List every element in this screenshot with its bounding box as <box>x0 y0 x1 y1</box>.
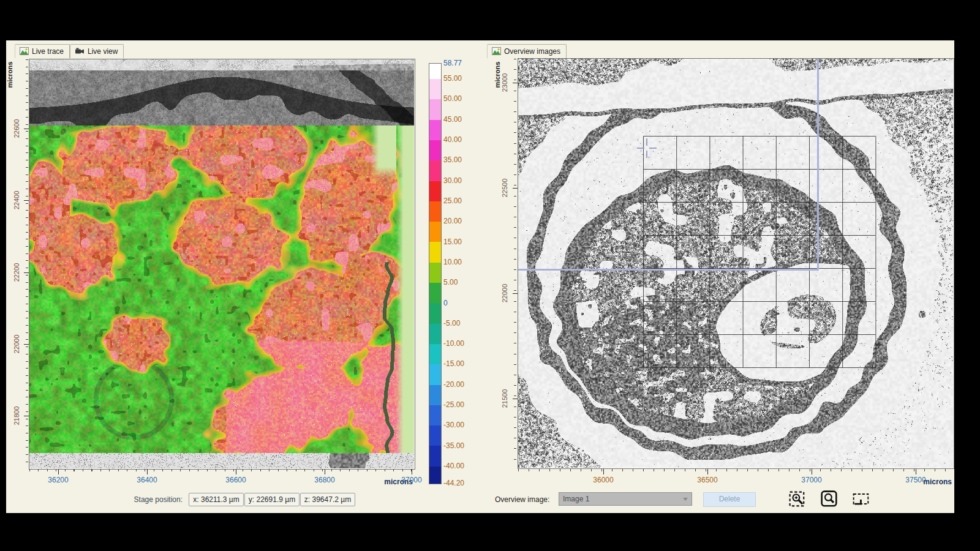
color-scale-label: 50.00 <box>443 94 462 103</box>
color-scale-segment <box>429 160 441 181</box>
color-scale-segment <box>429 283 441 303</box>
color-scale-label: 15.00 <box>443 238 462 246</box>
color-scale-label: -44.20 <box>443 479 464 487</box>
left-x-minor-ticks <box>29 469 414 471</box>
image-icon <box>492 47 501 55</box>
color-scale-segment <box>429 344 441 364</box>
left-y-axis-unit: microns <box>6 62 13 88</box>
stage-position-label: Stage position: <box>110 495 183 504</box>
color-scale-segment <box>429 140 441 160</box>
y-major-tick <box>24 344 29 345</box>
color-scale-label: -20.00 <box>443 380 464 389</box>
x-tick-label: 37000 <box>801 476 821 484</box>
select-region-button[interactable] <box>850 489 873 509</box>
color-scale-segment <box>429 446 441 466</box>
tab-label: Overview images <box>504 47 560 56</box>
application-window: Live trace Live view microns microns Sta… <box>0 0 980 551</box>
zoom-region-button[interactable] <box>786 489 809 509</box>
y-tick-label: 23000 <box>501 73 508 92</box>
x-major-tick <box>812 469 812 474</box>
image-icon <box>20 47 29 55</box>
color-scale-segment <box>429 64 441 79</box>
right-tab-bar: Overview images <box>487 44 567 58</box>
color-scale-segment <box>429 120 441 140</box>
delete-button[interactable]: Delete <box>703 492 756 507</box>
color-scale-label: 55.00 <box>443 74 462 83</box>
overview-frame <box>518 58 954 469</box>
dropdown-value: Image 1 <box>563 495 589 503</box>
y-major-tick <box>24 200 29 201</box>
color-scale-segment <box>429 99 441 119</box>
select-region-icon <box>853 490 870 508</box>
color-scale-segment <box>429 222 441 242</box>
color-scale-segment <box>429 201 441 222</box>
y-tick-label: 22500 <box>501 179 508 198</box>
color-scale-label: 20.00 <box>443 217 462 225</box>
y-tick-label: 21800 <box>13 407 20 425</box>
color-scale-segment <box>429 425 441 446</box>
color-scale-segment <box>429 324 441 344</box>
zoom-icon <box>821 490 838 508</box>
color-scale-label: 30.00 <box>443 176 462 185</box>
y-major-tick <box>24 129 29 129</box>
color-scale-label: -25.00 <box>443 400 464 409</box>
color-scale-segment <box>429 242 441 262</box>
color-scale-segment <box>429 385 441 405</box>
x-tick-label: 36200 <box>48 476 68 484</box>
right-y-minor-ticks <box>514 59 516 468</box>
tab-overview-images[interactable]: Overview images <box>487 44 567 58</box>
tab-live-view[interactable]: Live view <box>70 44 124 58</box>
y-major-tick <box>513 188 518 189</box>
y-tick-label: 21500 <box>501 389 508 408</box>
y-tick-label: 22200 <box>13 263 20 282</box>
left-y-minor-ticks <box>26 59 28 468</box>
color-scale <box>429 63 442 484</box>
right-y-axis-unit: microns <box>494 62 501 88</box>
x-major-tick <box>58 469 59 474</box>
stage-z-readout: z: 39647.2 µm <box>300 493 355 506</box>
chevron-down-icon <box>683 498 688 501</box>
y-major-tick <box>24 272 29 273</box>
color-scale-label: 5.00 <box>443 278 458 287</box>
color-scale-label: -30.00 <box>443 421 464 429</box>
zoom-button[interactable] <box>818 489 841 509</box>
x-tick-label: 36000 <box>593 476 613 484</box>
color-scale-segment <box>429 181 441 201</box>
x-major-tick <box>707 469 708 474</box>
color-scale-segment <box>429 303 441 323</box>
tab-label: Live view <box>88 47 118 56</box>
y-major-tick <box>513 83 518 83</box>
right-x-minor-ticks <box>518 469 953 471</box>
color-scale-label: 45.00 <box>443 115 462 124</box>
x-major-tick <box>603 469 604 474</box>
live-trace-frame <box>29 59 415 470</box>
x-tick-label: 37000 <box>401 476 421 484</box>
zoom-region-icon <box>789 490 806 508</box>
overview-image[interactable] <box>518 59 953 468</box>
color-scale-segment <box>429 263 441 283</box>
left-tab-bar: Live trace Live view <box>15 44 124 58</box>
y-tick-label: 22600 <box>13 119 20 138</box>
color-scale-label: -40.00 <box>443 462 464 470</box>
color-scale-segment <box>429 364 441 384</box>
color-scale-label: 25.00 <box>443 197 462 205</box>
tab-live-trace[interactable]: Live trace <box>15 44 70 58</box>
color-scale-label: -10.00 <box>443 339 464 348</box>
color-scale-label: -15.00 <box>443 359 464 368</box>
color-scale-segment <box>429 405 441 425</box>
x-major-tick <box>412 469 412 474</box>
x-tick-label: 36500 <box>697 476 717 484</box>
x-major-tick <box>325 469 325 474</box>
tab-label: Live trace <box>32 47 64 56</box>
color-scale-segment <box>429 79 441 99</box>
live-trace-image[interactable] <box>29 59 414 468</box>
color-scale-segment <box>429 467 441 484</box>
color-scale-label: -5.00 <box>443 319 460 328</box>
x-tick-label: 37500 <box>905 476 925 484</box>
y-major-tick <box>513 293 518 294</box>
overview-image-dropdown[interactable]: Image 1 <box>559 492 692 506</box>
y-tick-label: 22400 <box>13 191 20 210</box>
color-scale-label: 40.00 <box>443 135 462 144</box>
y-major-tick <box>24 416 29 416</box>
camera-icon <box>75 48 85 55</box>
